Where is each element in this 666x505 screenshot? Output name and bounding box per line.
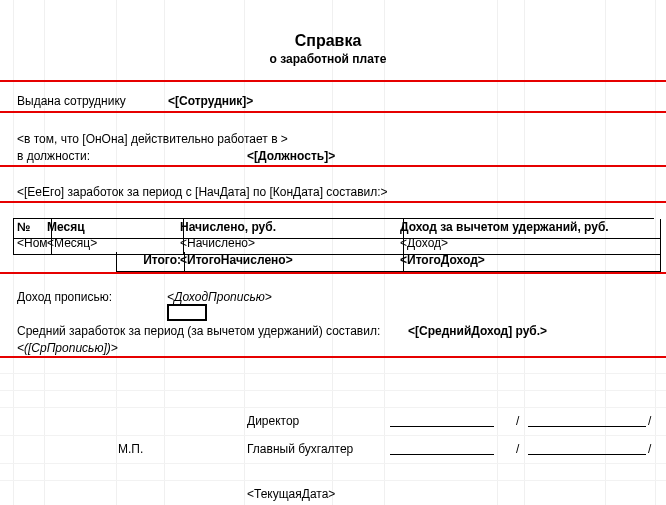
works-at-line: <в том, что [ОнОна] действительно работа… <box>17 132 288 146</box>
signature-line <box>528 426 646 427</box>
position-placeholder: <[Должность]> <box>247 149 335 163</box>
total-accrued: <ИтогоНачислено> <box>177 252 404 272</box>
document-sheet: Справка о заработной плате Выдана сотруд… <box>0 0 666 505</box>
doc-title: Справка <box>0 32 656 50</box>
section-line <box>0 356 666 358</box>
avg-earnings-value: <[СреднийДоход] руб.> <box>408 324 547 338</box>
signature-line <box>528 454 646 455</box>
section-line <box>0 165 666 167</box>
income-in-words-label: Доход прописью: <box>17 290 112 304</box>
employee-placeholder: <[Сотрудник]> <box>168 94 253 108</box>
doc-subtitle: о заработной плате <box>0 52 656 66</box>
slash: / <box>516 442 519 456</box>
total-label: Итого: <box>116 252 185 272</box>
position-label: в должности: <box>17 149 90 163</box>
issued-to-label: Выдана сотруднику <box>17 94 126 108</box>
avg-earnings-label: Средний заработок за период (за вычетом … <box>17 324 380 338</box>
current-date-placeholder: <ТекущаяДата> <box>247 487 335 501</box>
earnings-period-line: <[ЕеЕго] заработок за период с [НачДата]… <box>17 185 388 199</box>
section-line <box>0 80 666 82</box>
signature-line <box>390 426 494 427</box>
director-label: Директор <box>247 414 299 428</box>
section-line <box>0 201 666 203</box>
income-in-words-placeholder: <ДоходПрописью> <box>167 290 272 304</box>
slash: / <box>648 442 651 456</box>
chief-accountant-label: Главный бухгалтер <box>247 442 353 456</box>
slash: / <box>648 414 651 428</box>
section-line <box>0 111 666 113</box>
signature-line <box>390 454 494 455</box>
slash: / <box>516 414 519 428</box>
section-line <box>0 272 666 274</box>
stamp-label: М.П. <box>118 442 143 456</box>
cell-cursor[interactable] <box>167 304 207 321</box>
total-income: <ИтогоДоход> <box>397 252 661 272</box>
avg-earnings-words: <([СрПрописью])> <box>17 341 118 355</box>
